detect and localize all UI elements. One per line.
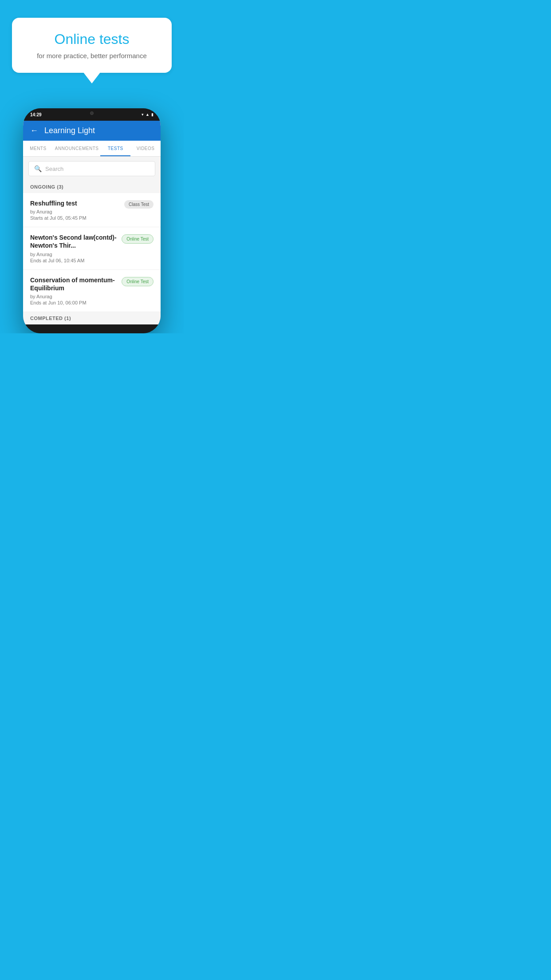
test-date: Ends at Jul 06, 10:45 AM	[30, 258, 117, 263]
test-item[interactable]: Reshuffling test by Anurag Starts at Jul…	[23, 193, 161, 227]
phone-notch	[74, 108, 110, 118]
tab-tests[interactable]: TESTS	[100, 141, 130, 156]
test-date: Ends at Jun 10, 06:00 PM	[30, 300, 117, 305]
status-bar: 14:29 ▾ ▲ ▮	[23, 108, 161, 121]
test-info: Newton's Second law(contd)-Newton's Thir…	[30, 233, 122, 263]
signal-icon: ▲	[146, 112, 150, 117]
tabs-bar: MENTS ANNOUNCEMENTS TESTS VIDEOS	[23, 141, 161, 157]
test-author: by Anurag	[30, 209, 120, 214]
app-title: Learning Light	[44, 126, 95, 135]
promo-area: Online tests for more practice, better p…	[0, 0, 184, 82]
test-item[interactable]: Conservation of momentum-Equilibrium by …	[23, 270, 161, 312]
tab-announcements[interactable]: ANNOUNCEMENTS	[53, 141, 101, 156]
speech-bubble: Online tests for more practice, better p…	[12, 18, 172, 73]
tab-videos[interactable]: VIDEOS	[130, 141, 161, 156]
app-header: ← Learning Light	[23, 121, 161, 141]
bubble-subtitle: for more practice, better performance	[30, 52, 154, 59]
test-date: Starts at Jul 05, 05:45 PM	[30, 215, 120, 221]
search-icon: 🔍	[34, 165, 42, 172]
test-badge-class: Class Test	[124, 200, 153, 209]
test-badge-online: Online Test	[122, 277, 153, 286]
test-name: Newton's Second law(contd)-Newton's Thir…	[30, 233, 117, 249]
phone-bottom	[23, 324, 161, 333]
test-item[interactable]: Newton's Second law(contd)-Newton's Thir…	[23, 227, 161, 269]
status-icons: ▾ ▲ ▮	[142, 112, 153, 117]
test-info: Reshuffling test by Anurag Starts at Jul…	[30, 199, 124, 221]
test-name: Conservation of momentum-Equilibrium	[30, 276, 117, 292]
test-badge-online: Online Test	[122, 234, 153, 244]
completed-section-header: COMPLETED (1)	[23, 312, 161, 324]
wifi-icon: ▾	[142, 112, 144, 117]
camera-dot	[90, 111, 94, 115]
ongoing-section-header: ONGOING (3)	[23, 181, 161, 193]
search-input[interactable]: Search	[45, 166, 63, 172]
battery-icon: ▮	[151, 112, 153, 117]
phone: 14:29 ▾ ▲ ▮ ← Learning Light MENTS	[23, 108, 161, 333]
back-button[interactable]: ←	[30, 126, 38, 135]
bubble-title: Online tests	[30, 31, 154, 47]
test-name: Reshuffling test	[30, 199, 120, 207]
search-bar: 🔍 Search	[23, 157, 161, 181]
tab-ments[interactable]: MENTS	[23, 141, 53, 156]
status-time: 14:29	[30, 112, 42, 117]
phone-screen: ← Learning Light MENTS ANNOUNCEMENTS TES…	[23, 121, 161, 324]
test-author: by Anurag	[30, 252, 117, 257]
test-list: Reshuffling test by Anurag Starts at Jul…	[23, 193, 161, 312]
search-input-wrapper[interactable]: 🔍 Search	[28, 161, 155, 176]
test-author: by Anurag	[30, 294, 117, 299]
phone-wrapper: 14:29 ▾ ▲ ▮ ← Learning Light MENTS	[0, 108, 184, 333]
test-info: Conservation of momentum-Equilibrium by …	[30, 276, 122, 305]
